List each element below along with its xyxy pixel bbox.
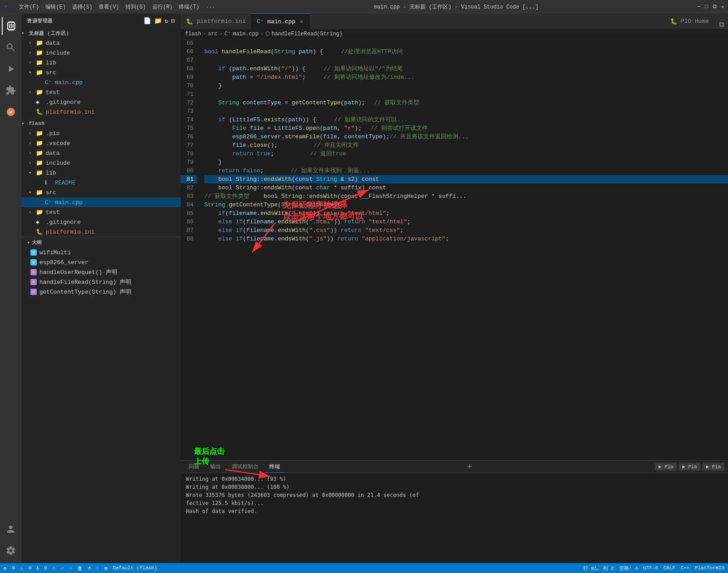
tree-item-gitignore-1[interactable]: ◆ .gitignore — [22, 97, 181, 107]
window-maximize[interactable]: □ — [705, 4, 708, 10]
menu-more[interactable]: ... — [206, 3, 215, 11]
tab-platformio[interactable]: 🐛 platformio.ini — [181, 13, 251, 29]
status-line-col[interactable]: 行 81, 列 2 — [583, 565, 614, 572]
status-home[interactable]: ⌂ — [52, 565, 56, 571]
status-warnings[interactable]: 0 — [29, 565, 32, 571]
terminal-line-5: Hash of data verified. — [186, 507, 723, 515]
refresh-icon[interactable]: ↻ — [164, 17, 168, 25]
activity-run[interactable] — [2, 60, 20, 78]
menu-select[interactable]: 选择(S) — [72, 3, 93, 11]
menu-file[interactable]: 文件(F) — [19, 3, 39, 11]
status-line-ending[interactable]: CRLF — [663, 565, 675, 571]
status-language[interactable]: C++ — [681, 565, 689, 571]
outline-item-handleuserrequest[interactable]: m handleUserRequet() 声明 — [22, 267, 181, 277]
code-content[interactable]: bool handleFileRead ( String path ) { //… — [201, 39, 728, 460]
status-encoding[interactable]: UTF-8 — [643, 565, 658, 571]
flash-include[interactable]: › 📁 include — [22, 158, 181, 168]
sidebar-actions[interactable]: 📄 📁 ↻ ⊟ — [143, 17, 175, 25]
flash-platformio[interactable]: 🐛 platformio.ini — [22, 227, 181, 237]
menu-goto[interactable]: 转到(G) — [125, 3, 146, 11]
status-platform[interactable]: Default (flash) — [113, 565, 157, 571]
activity-account[interactable] — [2, 520, 20, 538]
menu-bar[interactable]: 文件(F) 编辑(E) 选择(S) 查看(V) 转到(G) 运行(R) 终端(T… — [19, 3, 215, 11]
flash-src[interactable]: ▾ 📁 src — [22, 188, 181, 197]
outline-item-server[interactable]: v esp8266_server — [22, 257, 181, 267]
outline-item-handlefileread[interactable]: m handleFileRead(String) 声明 — [22, 277, 181, 287]
tree-item-platformio-1[interactable]: 🐛 platformio.ini — [22, 107, 181, 117]
panel-area: 问题 输出 调试控制台 终端 + ▶ Pla ▶ Pla ▶ Pla Writi… — [181, 460, 728, 563]
panel-tab-terminal[interactable]: 终端 — [265, 461, 284, 473]
flash-data[interactable]: › 📁 data — [22, 148, 181, 158]
status-download[interactable]: ↓ — [96, 565, 99, 571]
menu-view[interactable]: 查看(V) — [99, 3, 119, 11]
activity-pio[interactable] — [2, 103, 20, 121]
breadcrumb-file[interactable]: C⁺ — [224, 30, 231, 37]
tree-item-maincpp-1[interactable]: C⁺ main.cpp — [22, 77, 181, 87]
outline-item-getcontenttype[interactable]: m getContentType(String) 声明 — [22, 287, 181, 297]
window-controls[interactable]: ─ □ ⧉ ✕ — [697, 4, 724, 10]
breadcrumb-maincpp[interactable]: main.cpp — [233, 31, 258, 37]
tab-maincpp[interactable]: C⁺ main.cpp ✕ — [251, 13, 310, 29]
status-spaces[interactable]: 空格: 4 — [619, 565, 638, 572]
panel-btn-3[interactable]: ▶ Pla — [702, 463, 724, 470]
tab-piohome[interactable]: 🐛 PIO Home — [665, 13, 715, 29]
terminal-content[interactable]: Writing at 0x00034000... (93 %) Writing … — [181, 473, 728, 563]
status-grid[interactable]: ⊞ — [104, 565, 108, 571]
panel-tab-problems[interactable]: 问题 — [184, 461, 204, 472]
panel-add-button[interactable]: + — [465, 462, 475, 471]
activity-search[interactable] — [2, 38, 20, 56]
activity-settings[interactable] — [2, 542, 20, 560]
panel-tabs: 问题 输出 调试控制台 终端 + ▶ Pla ▶ Pla ▶ Pla — [181, 461, 728, 473]
tree-item-include-1[interactable]: › 📁 include — [22, 48, 181, 58]
sidebar-title: 资源管理器 📄 📁 ↻ ⊟ — [22, 13, 181, 28]
panel-tab-output[interactable]: 输出 — [206, 461, 225, 472]
workspace-root[interactable]: ▾ 无标题 (工作区) — [22, 28, 181, 38]
status-platformio[interactable]: PlatformIO — [695, 565, 724, 571]
flash-maincpp[interactable]: C⁺ main.cpp — [22, 197, 181, 207]
window-minimize[interactable]: ─ — [697, 4, 700, 10]
status-trash[interactable]: 🗑 — [78, 565, 82, 571]
activity-extensions[interactable] — [2, 81, 20, 99]
flash-test[interactable]: › 📁 test — [22, 207, 181, 217]
window-close[interactable]: ✕ — [721, 4, 724, 10]
flash-root[interactable]: ▾ flash — [22, 119, 181, 128]
outline-title[interactable]: ▾ 大纲 — [22, 237, 181, 248]
panel-tab-debug[interactable]: 调试控制台 — [227, 461, 263, 472]
panel-btn-1[interactable]: ▶ Pla — [655, 463, 677, 470]
menu-run[interactable]: 运行(R) — [152, 3, 173, 11]
tree-item-lib-1[interactable]: › 📁 lib — [22, 58, 181, 68]
status-errors[interactable]: 0 — [12, 565, 15, 571]
tab-label-piohome: PIO Home — [681, 18, 709, 25]
window-tile[interactable]: ⧉ — [713, 4, 717, 10]
new-folder-icon[interactable]: 📁 — [154, 17, 162, 25]
flash-gitignore[interactable]: ◆ .gitignore — [22, 217, 181, 227]
flash-lib[interactable]: ▾ 📁 lib — [22, 168, 181, 178]
outline-label: getContentType(String) 声明 — [39, 288, 131, 296]
terminal-line-1: Writing at 0x00034000... (93 %) — [186, 475, 723, 483]
panel-btn-2[interactable]: ▶ Pla — [679, 463, 701, 470]
breadcrumb-src[interactable]: src — [208, 31, 218, 37]
menu-terminal[interactable]: 终端(T) — [179, 3, 199, 11]
tree-item-src-1[interactable]: ▾ 📁 src — [22, 68, 181, 77]
tab-close-maincpp[interactable]: ✕ — [299, 18, 304, 26]
collapse-icon[interactable]: ⊟ — [171, 17, 175, 25]
new-file-icon[interactable]: 📄 — [143, 17, 151, 25]
outline-item-wifimulti[interactable]: v wifiMulti — [22, 248, 181, 257]
status-check[interactable]: ✓ — [61, 565, 64, 571]
terminal-line-2: Writing at 0x00038000... (100 %) — [186, 483, 723, 491]
status-flask[interactable]: ⚗ — [88, 565, 91, 571]
menu-edit[interactable]: 编辑(E) — [45, 3, 66, 11]
flash-pio[interactable]: › 📁 .pio — [22, 128, 181, 138]
status-arrow[interactable]: → — [69, 565, 72, 571]
tree-item-data-1[interactable]: › 📁 data — [22, 38, 181, 48]
status-info[interactable]: 0 — [44, 565, 47, 571]
editor-split-icon[interactable]: ⧉ — [715, 21, 728, 29]
code-line-87: else if ( filename . endsWith ( ".css" )… — [204, 226, 728, 235]
code-editor[interactable]: 65 66 67 68 69 70 71 72 73 74 75 76 77 7… — [181, 39, 728, 460]
tree-item-test-1[interactable]: › 📁 test — [22, 87, 181, 97]
breadcrumb-fn[interactable]: handleFileRead(String) — [271, 31, 342, 37]
flash-vscode[interactable]: › 📁 .vscode — [22, 138, 181, 148]
activity-explorer[interactable] — [2, 17, 20, 35]
breadcrumb-flash[interactable]: flash — [185, 31, 201, 37]
flash-readme[interactable]: ℹ README — [22, 178, 181, 188]
